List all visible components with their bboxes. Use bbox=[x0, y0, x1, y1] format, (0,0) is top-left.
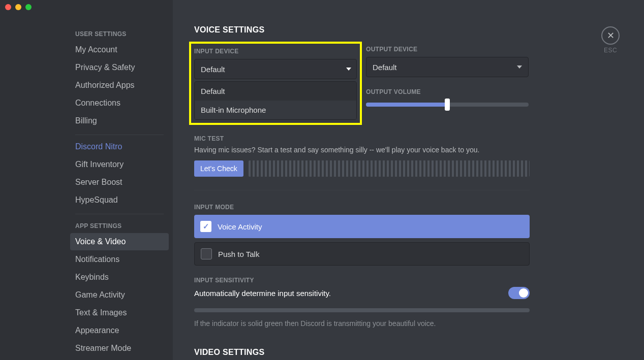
output-volume-label: OUTPUT VOLUME bbox=[366, 88, 529, 95]
window-minimize-icon[interactable] bbox=[15, 4, 21, 10]
video-settings-title: VIDEO SETTINGS bbox=[194, 348, 624, 357]
lets-check-button[interactable]: Let's Check bbox=[194, 160, 243, 177]
sidebar-item-connections[interactable]: Connections bbox=[70, 94, 169, 112]
sidebar-divider bbox=[75, 135, 164, 135]
close-button[interactable]: ✕ bbox=[601, 26, 620, 45]
toggle-knob bbox=[519, 288, 528, 298]
input-device-option-builtin-mic[interactable]: Built-in Microphone bbox=[195, 101, 356, 119]
sidebar-item-game-activity[interactable]: Game Activity bbox=[70, 286, 169, 304]
auto-sensitivity-toggle[interactable] bbox=[508, 287, 530, 299]
output-device-label: OUTPUT DEVICE bbox=[366, 46, 529, 53]
input-mode-label: INPUT MODE bbox=[194, 204, 624, 211]
close-settings: ✕ ESC bbox=[601, 26, 620, 54]
output-device-selected: Default bbox=[373, 63, 397, 72]
settings-sidebar: USER SETTINGS My Account Privacy & Safet… bbox=[0, 0, 173, 360]
sidebar-divider bbox=[75, 214, 164, 214]
input-mode-push-to-talk[interactable]: Push to Talk bbox=[194, 242, 530, 266]
output-volume-slider[interactable] bbox=[366, 103, 529, 107]
sidebar-item-text-images[interactable]: Text & Images bbox=[70, 304, 169, 321]
input-device-highlight: INPUT DEVICE Default Default Built-in Mi… bbox=[189, 42, 362, 125]
chevron-down-icon bbox=[346, 68, 351, 71]
input-device-select[interactable]: Default bbox=[194, 59, 357, 79]
sidebar-item-notifications[interactable]: Notifications bbox=[70, 251, 169, 268]
user-settings-header: USER SETTINGS bbox=[70, 25, 169, 41]
output-volume-fill bbox=[366, 103, 447, 107]
output-device-select[interactable]: Default bbox=[366, 57, 529, 77]
sidebar-item-gift-inventory[interactable]: Gift Inventory bbox=[70, 156, 169, 173]
checkbox-checked-icon bbox=[200, 221, 211, 232]
chevron-down-icon bbox=[517, 66, 522, 69]
sidebar-item-keybinds[interactable]: Keybinds bbox=[70, 269, 169, 286]
sidebar-item-discord-nitro[interactable]: Discord Nitro bbox=[70, 138, 169, 155]
close-icon: ✕ bbox=[607, 30, 615, 41]
sensitivity-bar bbox=[194, 308, 530, 312]
sidebar-item-streamer-mode[interactable]: Streamer Mode bbox=[70, 340, 169, 357]
mic-vu-meter bbox=[249, 160, 530, 177]
content-divider bbox=[194, 190, 530, 190]
input-device-dropdown: Default Built-in Microphone bbox=[194, 81, 357, 120]
sidebar-item-authorized-apps[interactable]: Authorized Apps bbox=[70, 77, 169, 94]
input-mode-voice-activity[interactable]: Voice Activity bbox=[194, 215, 530, 238]
input-sensitivity-label: INPUT SENSITIVITY bbox=[194, 277, 530, 284]
sidebar-item-privacy-safety[interactable]: Privacy & Safety bbox=[70, 59, 169, 76]
input-device-selected: Default bbox=[201, 65, 225, 74]
sidebar-item-language[interactable]: Language bbox=[70, 357, 169, 360]
esc-label: ESC bbox=[601, 47, 620, 54]
sidebar-item-hypesquad[interactable]: HypeSquad bbox=[70, 191, 169, 209]
sidebar-item-server-boost[interactable]: Server Boost bbox=[70, 174, 169, 191]
sidebar-item-voice-video[interactable]: Voice & Video bbox=[70, 233, 169, 250]
input-device-label: INPUT DEVICE bbox=[194, 48, 357, 55]
checkbox-unchecked-icon bbox=[201, 248, 212, 259]
mic-test-label: MIC TEST bbox=[194, 135, 530, 142]
input-device-option-default[interactable]: Default bbox=[195, 82, 356, 101]
page-title: VOICE SETTINGS bbox=[194, 25, 624, 35]
push-to-talk-label: Push to Talk bbox=[218, 250, 259, 258]
mic-test-desc: Having mic issues? Start a test and say … bbox=[194, 145, 530, 154]
sidebar-item-my-account[interactable]: My Account bbox=[70, 41, 169, 58]
settings-content: ✕ ESC VOICE SETTINGS INPUT DEVICE Defaul… bbox=[173, 0, 644, 360]
output-volume-thumb[interactable] bbox=[445, 99, 450, 111]
app-settings-header: APP SETTINGS bbox=[70, 217, 169, 233]
window-close-icon[interactable] bbox=[5, 4, 11, 10]
sensitivity-desc: If the indicator is solid green then Dis… bbox=[194, 319, 530, 328]
sidebar-item-billing[interactable]: Billing bbox=[70, 112, 169, 129]
auto-sensitivity-label: Automatically determine input sensitivit… bbox=[194, 289, 331, 298]
window-controls bbox=[5, 4, 32, 10]
voice-activity-label: Voice Activity bbox=[218, 222, 262, 231]
sidebar-item-appearance[interactable]: Appearance bbox=[70, 322, 169, 339]
window-maximize-icon[interactable] bbox=[25, 4, 32, 10]
